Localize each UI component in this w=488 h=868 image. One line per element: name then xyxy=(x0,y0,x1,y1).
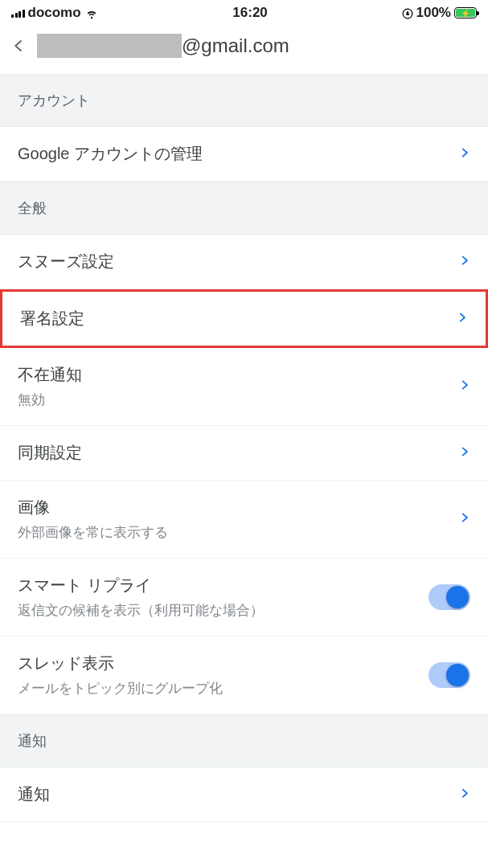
toggle-knob xyxy=(446,664,469,686)
carrier-label: docomo xyxy=(28,5,81,21)
smart-reply-toggle[interactable] xyxy=(429,584,470,610)
row-subtitle: 無効 xyxy=(18,391,82,409)
battery-percent: 100% xyxy=(416,5,451,21)
thread-view-toggle[interactable] xyxy=(429,662,470,688)
status-right: 100% ⚡ xyxy=(402,5,477,21)
chevron-right-icon xyxy=(459,376,470,397)
wifi-icon xyxy=(84,7,99,18)
row-title: 署名設定 xyxy=(20,308,84,330)
chevron-right-icon xyxy=(457,309,468,330)
row-thread-view: スレッド表示 メールをトピック別にグループ化 xyxy=(0,637,488,714)
page-header: @gmail.com xyxy=(0,24,488,74)
status-left: docomo xyxy=(11,5,99,21)
toggle-knob xyxy=(446,586,469,608)
chevron-right-icon xyxy=(459,443,470,464)
charging-bolt-icon: ⚡ xyxy=(461,9,470,18)
email-suffix: @gmail.com xyxy=(182,35,289,57)
row-signature[interactable]: 署名設定 xyxy=(0,289,488,348)
row-title: Google アカウントの管理 xyxy=(18,143,203,165)
redacted-email-prefix xyxy=(37,34,182,58)
orientation-lock-icon xyxy=(402,7,413,18)
row-images[interactable]: 画像 外部画像を常に表示する xyxy=(0,481,488,559)
row-title: スヌーズ設定 xyxy=(18,251,114,272)
row-notifications[interactable]: 通知 xyxy=(0,768,488,822)
cellular-signal-icon xyxy=(11,8,25,18)
row-smart-reply: スマート リプライ 返信文の候補を表示（利用可能な場合） xyxy=(0,559,488,637)
status-bar: docomo 16:20 100% ⚡ xyxy=(0,0,488,24)
row-subtitle: 外部画像を常に表示する xyxy=(18,523,168,542)
chevron-right-icon xyxy=(459,784,470,805)
row-subtitle: 返信文の候補を表示（利用可能な場合） xyxy=(18,601,264,620)
row-sync[interactable]: 同期設定 xyxy=(0,426,488,481)
row-title: 画像 xyxy=(18,497,168,518)
chevron-right-icon xyxy=(459,144,470,165)
chevron-right-icon xyxy=(459,509,470,530)
section-header-general: 全般 xyxy=(0,182,488,235)
battery-icon: ⚡ xyxy=(454,7,477,18)
row-title: スレッド表示 xyxy=(18,653,223,674)
row-title: 同期設定 xyxy=(18,442,82,464)
back-button[interactable] xyxy=(11,35,26,57)
chevron-left-icon xyxy=(11,35,26,57)
page-title: @gmail.com xyxy=(37,34,289,58)
row-title: スマート リプライ xyxy=(18,575,264,596)
clock: 16:20 xyxy=(232,5,267,21)
section-header-notifications: 通知 xyxy=(0,714,488,768)
row-manage-account[interactable]: Google アカウントの管理 xyxy=(0,127,488,182)
row-title: 通知 xyxy=(18,784,50,805)
row-title: 不在通知 xyxy=(18,364,82,386)
section-header-account: アカウント xyxy=(0,74,488,127)
row-snooze[interactable]: スヌーズ設定 xyxy=(0,235,488,289)
row-subtitle: メールをトピック別にグループ化 xyxy=(18,679,223,698)
chevron-right-icon xyxy=(459,252,470,272)
row-out-of-office[interactable]: 不在通知 無効 xyxy=(0,348,488,426)
